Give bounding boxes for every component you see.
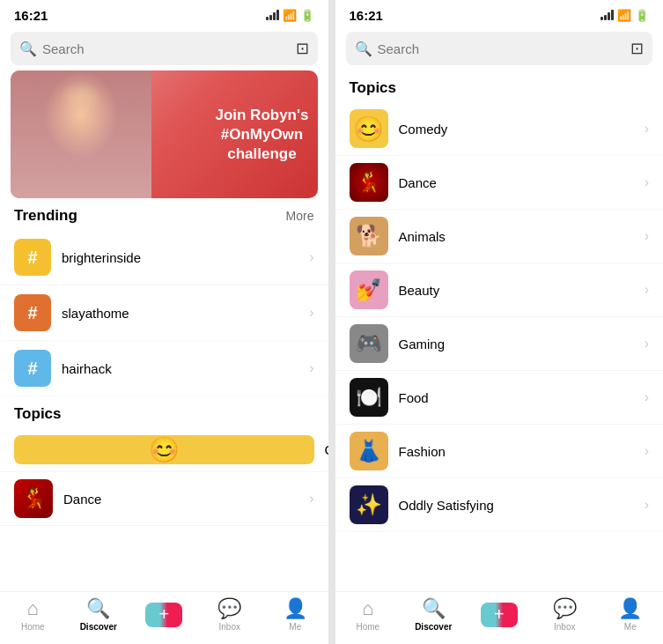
topic-thumb-oddly: ✨ [350,485,388,524]
nav-discover-right[interactable]: 🔍 Discover [411,597,455,632]
home-icon-left: ⌂ [27,597,39,620]
nav-me-label-left: Me [289,622,301,632]
topics-title-right: Topics [350,79,397,97]
status-bar-right: 16:21 📶 🔋 [335,0,664,26]
chevron-food: › [645,389,649,405]
nav-home-right[interactable]: ⌂ Home [346,597,390,632]
topic-comedy-left[interactable]: 😊 Comedy › [0,428,328,472]
search-input-left[interactable] [42,41,291,56]
banner-text: Join Robyn's#OnMyOwnchallenge [215,105,308,163]
status-icons-right: 📶 🔋 [600,9,649,22]
trending-label-3: hairhack [62,361,298,376]
topic-label-fashion: Fashion [399,444,634,459]
me-icon-left: 👤 [284,597,307,620]
topics-header-right: Topics [335,70,664,102]
inbox-icon-left: 💬 [217,597,241,620]
bottom-nav-left: ⌂ Home 🔍 Discover + 💬 Inbox 👤 Me [0,591,328,644]
nav-discover-label-right: Discover [415,622,452,632]
topic-thumb-animals: 🐕 [350,217,388,255]
topic-label-dance: Dance [399,175,634,190]
topic-dance-left[interactable]: 💃 Dance › [0,472,328,526]
discover-icon-right: 🔍 [422,597,446,620]
topic-label-animals: Animals [399,229,634,244]
topic-comedy[interactable]: 😊 Comedy › [335,102,664,156]
topic-animals[interactable]: 🐕 Animals › [335,210,664,263]
nav-me-label-right: Me [624,622,637,632]
topic-thumb-gaming: 🎮 [350,324,388,363]
chevron-beauty: › [645,282,649,298]
status-icons-left: 📶 🔋 [266,9,314,22]
nav-inbox-label-right: Inbox [554,622,575,632]
bottom-nav-right: ⌂ Home 🔍 Discover + 💬 Inbox 👤 Me [335,591,664,644]
wifi-icon-right: 📶 [617,9,631,22]
wifi-icon: 📶 [283,9,297,22]
scan-icon-left[interactable]: ⊡ [296,39,309,58]
topic-thumb-comedy-left: 😊 [14,435,314,464]
nav-inbox-label-left: Inbox [219,622,240,632]
nav-discover-left[interactable]: 🔍 Discover [77,597,121,632]
search-icon-right: 🔍 [355,41,372,57]
nav-plus-right[interactable]: + [477,603,521,627]
trending-item-3[interactable]: # hairhack › [0,341,328,396]
hashtag-box-1: # [14,239,51,276]
chevron-fashion: › [645,443,649,459]
banner-face-art [11,70,151,198]
topic-oddly[interactable]: ✨ Oddly Satisfying › [335,478,664,532]
nav-me-left[interactable]: 👤 Me [273,597,317,632]
topic-food[interactable]: 🍽️ Food › [335,371,664,425]
chevron-2: › [309,305,313,321]
topic-label-beauty: Beauty [399,283,634,298]
status-bar-left: 16:21 📶 🔋 [0,0,328,26]
trending-item-1[interactable]: # brighterinside › [0,230,328,285]
search-icon-left: 🔍 [19,41,37,57]
right-scroll: Topics 😊 Comedy › 💃 Dance › 🐕 Animals › [335,70,664,644]
banner: Join Robyn's#OnMyOwnchallenge [11,70,318,198]
trending-label-1: brighterinside [62,250,298,265]
topic-thumb-dance: 💃 [350,163,388,202]
topic-label-dance-left: Dance [63,492,298,507]
nav-home-left[interactable]: ⌂ Home [11,597,55,632]
topic-label-oddly: Oddly Satisfying [399,498,634,513]
chevron-gaming: › [645,336,649,352]
topic-label-comedy-left: Comedy [325,442,328,457]
plus-button-left[interactable]: + [145,603,182,627]
me-icon-right: 👤 [618,597,642,620]
chevron-dance-left: › [309,491,313,507]
left-scroll: Trending More # brighterinside › # slaya… [0,198,328,644]
topic-thumb-beauty: 💅 [350,270,388,309]
banner-image [11,70,151,198]
chevron-dance: › [645,174,649,190]
home-icon-right: ⌂ [362,597,373,620]
right-phone: 16:21 📶 🔋 🔍 ⊡ Topics [335,0,664,644]
time-left: 16:21 [14,8,48,23]
topic-beauty[interactable]: 💅 Beauty › [335,263,664,317]
topic-gaming[interactable]: 🎮 Gaming › [335,317,664,371]
topic-thumb-food: 🍽️ [350,378,388,417]
chevron-1: › [309,249,313,265]
search-bar-right[interactable]: 🔍 ⊡ [346,32,653,65]
topic-thumb-fashion: 👗 [350,432,388,470]
nav-home-label-left: Home [21,622,45,632]
trending-item-2[interactable]: # slayathome › [0,285,328,341]
discover-icon-left: 🔍 [86,597,110,620]
hashtag-box-2: # [14,294,51,331]
trending-label-2: slayathome [62,306,298,321]
nav-inbox-right[interactable]: 💬 Inbox [542,597,586,632]
topic-label-food: Food [399,390,634,405]
plus-button-right[interactable]: + [481,603,518,627]
search-input-right[interactable] [378,41,626,56]
signal-icon-right [600,10,614,20]
topic-thumb-comedy: 😊 [350,109,388,148]
nav-plus-left[interactable]: + [142,603,186,627]
nav-me-right[interactable]: 👤 Me [608,597,652,632]
topic-fashion[interactable]: 👗 Fashion › [335,425,664,478]
trending-title: Trending [14,207,77,225]
topic-dance[interactable]: 💃 Dance › [335,156,664,210]
battery-icon: 🔋 [300,9,314,22]
nav-discover-label-left: Discover [80,622,117,632]
search-bar-left[interactable]: 🔍 ⊡ [11,32,318,65]
scan-icon-right[interactable]: ⊡ [630,39,644,58]
more-link[interactable]: More [286,209,314,223]
nav-inbox-left[interactable]: 💬 Inbox [208,597,252,632]
chevron-oddly: › [645,497,649,513]
